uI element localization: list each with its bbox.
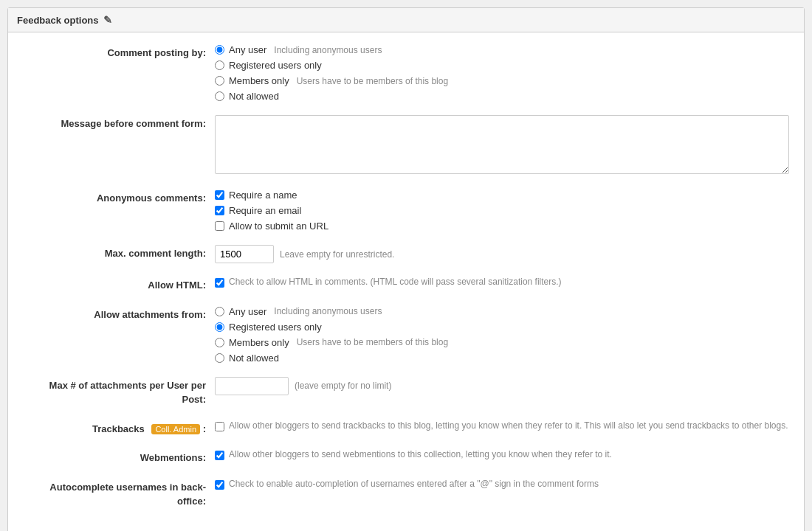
checkbox-webmentions[interactable]: Allow other bloggers to send webmentions… — [215, 449, 789, 460]
max-attachments-control: (leave empty for no limit) — [215, 377, 789, 395]
anonymous-comments-label: Anonymous comments: — [23, 190, 215, 206]
checkbox-autocomplete-input[interactable] — [215, 480, 224, 490]
pencil-icon: ✎ — [103, 14, 112, 26]
message-before-textarea[interactable] — [215, 115, 789, 174]
radio-att-any-user-label: Any user — [229, 306, 266, 317]
checkbox-require-email-label: Require an email — [229, 205, 301, 216]
allow-html-label: Allow HTML: — [23, 277, 215, 293]
radio-any-user[interactable]: Any user Including anonymous users — [215, 44, 789, 55]
checkbox-webmentions-hint: Allow other bloggers to send webmentions… — [229, 449, 612, 459]
radio-members-only[interactable]: Members only Users have to be members of… — [215, 75, 789, 86]
radio-att-not-allowed[interactable]: Not allowed — [215, 353, 789, 364]
radio-att-members-hint: Users have to be members of this blog — [297, 337, 448, 347]
checkbox-require-email[interactable]: Require an email — [215, 205, 789, 216]
checkbox-allow-url[interactable]: Allow to submit an URL — [215, 221, 789, 232]
comment-posting-label: Comment posting by: — [23, 44, 215, 60]
radio-members-only-label: Members only — [229, 75, 289, 86]
radio-att-not-allowed-label: Not allowed — [229, 353, 279, 364]
comment-posting-options: Any user Including anonymous users Regis… — [215, 44, 789, 102]
allow-attachments-options: Any user Including anonymous users Regis… — [215, 306, 789, 364]
allow-html-row: Allow HTML: Check to allow HTML in comme… — [23, 277, 789, 293]
checkbox-trackbacks[interactable]: Allow other bloggers to send trackbacks … — [215, 420, 789, 431]
checkbox-require-name-label: Require a name — [229, 190, 297, 201]
checkbox-autocomplete-hint: Check to enable auto-completion of usern… — [229, 479, 599, 489]
radio-att-members-input[interactable] — [215, 338, 224, 347]
trackbacks-badge: Coll. Admin — [151, 424, 200, 434]
checkbox-allow-html[interactable]: Check to allow HTML in comments. (HTML c… — [215, 277, 789, 288]
radio-registered-users-label: Registered users only — [229, 60, 322, 71]
message-before-row: Message before comment form: — [23, 115, 789, 176]
trackbacks-row: Trackbacks Coll. Admin : Allow other blo… — [23, 420, 789, 437]
radio-att-any-user[interactable]: Any user Including anonymous users — [215, 306, 789, 317]
radio-any-user-input[interactable] — [215, 45, 224, 55]
max-comment-length-hint: Leave empty for unrestricted. — [280, 249, 394, 260]
checkbox-require-name-input[interactable] — [215, 190, 224, 200]
message-before-control — [215, 115, 789, 176]
anonymous-comments-options: Require a name Require an email Allow to… — [215, 190, 789, 232]
allow-attachments-row: Allow attachments from: Any user Includi… — [23, 306, 789, 364]
anonymous-comments-row: Anonymous comments: Require a name Requi… — [23, 190, 789, 232]
radio-not-allowed-input[interactable] — [215, 91, 224, 101]
checkbox-require-name[interactable]: Require a name — [215, 190, 789, 201]
checkbox-allow-html-input[interactable] — [215, 278, 224, 288]
allow-html-control: Check to allow HTML in comments. (HTML c… — [215, 277, 789, 288]
radio-att-registered-label: Registered users only — [229, 322, 322, 333]
webmentions-row: Webmentions: Allow other bloggers to sen… — [23, 449, 789, 465]
panel-body: Comment posting by: Any user Including a… — [8, 32, 804, 531]
checkbox-allow-url-input[interactable] — [215, 221, 224, 231]
message-before-label: Message before comment form: — [23, 115, 215, 131]
radio-not-allowed[interactable]: Not allowed — [215, 91, 789, 102]
checkbox-trackbacks-hint: Allow other bloggers to send trackbacks … — [229, 420, 788, 431]
trackbacks-label: Trackbacks Coll. Admin : — [23, 420, 215, 437]
radio-members-only-input[interactable] — [215, 76, 224, 86]
max-comment-length-control: Leave empty for unrestricted. — [215, 245, 789, 263]
radio-registered-users[interactable]: Registered users only — [215, 60, 789, 71]
radio-not-allowed-label: Not allowed — [229, 91, 279, 102]
radio-registered-users-input[interactable] — [215, 60, 224, 70]
radio-att-any-user-hint: Including anonymous users — [274, 306, 382, 316]
max-comment-length-label: Max. comment length: — [23, 245, 215, 261]
allow-attachments-label: Allow attachments from: — [23, 306, 215, 322]
panel-title: Feedback options — [17, 15, 99, 26]
feedback-options-panel: Feedback options ✎ Comment posting by: A… — [7, 7, 805, 531]
max-comment-length-input[interactable] — [215, 245, 274, 263]
max-attachments-row: Max # of attachments per User per Post: … — [23, 377, 789, 407]
radio-att-any-user-input[interactable] — [215, 307, 224, 316]
radio-att-members-label: Members only — [229, 337, 289, 348]
autocomplete-row: Autocomplete usernames in back-office: C… — [23, 479, 789, 509]
max-attachments-label: Max # of attachments per User per Post: — [23, 377, 215, 407]
max-attachments-input[interactable] — [215, 377, 289, 395]
max-comment-length-row: Max. comment length: Leave empty for unr… — [23, 245, 789, 263]
checkbox-allow-html-hint: Check to allow HTML in comments. (HTML c… — [229, 277, 562, 287]
radio-members-only-hint: Users have to be members of this blog — [297, 76, 448, 86]
trackbacks-control: Allow other bloggers to send trackbacks … — [215, 420, 789, 431]
autocomplete-label: Autocomplete usernames in back-office: — [23, 479, 215, 509]
webmentions-control: Allow other bloggers to send webmentions… — [215, 449, 789, 460]
radio-any-user-label: Any user — [229, 44, 266, 55]
checkbox-allow-url-label: Allow to submit an URL — [229, 221, 328, 232]
radio-att-registered[interactable]: Registered users only — [215, 322, 789, 333]
panel-header: Feedback options ✎ — [8, 8, 804, 32]
radio-any-user-hint: Including anonymous users — [274, 45, 382, 55]
max-attachments-hint: (leave empty for no limit) — [295, 381, 391, 391]
radio-att-registered-input[interactable] — [215, 322, 224, 332]
webmentions-label: Webmentions: — [23, 449, 215, 465]
radio-att-members[interactable]: Members only Users have to be members of… — [215, 337, 789, 348]
radio-att-not-allowed-input[interactable] — [215, 353, 224, 363]
autocomplete-control: Check to enable auto-completion of usern… — [215, 479, 789, 490]
checkbox-autocomplete[interactable]: Check to enable auto-completion of usern… — [215, 479, 789, 490]
checkbox-require-email-input[interactable] — [215, 206, 224, 215]
checkbox-webmentions-input[interactable] — [215, 451, 224, 460]
checkbox-trackbacks-input[interactable] — [215, 422, 224, 431]
comment-posting-row: Comment posting by: Any user Including a… — [23, 44, 789, 102]
